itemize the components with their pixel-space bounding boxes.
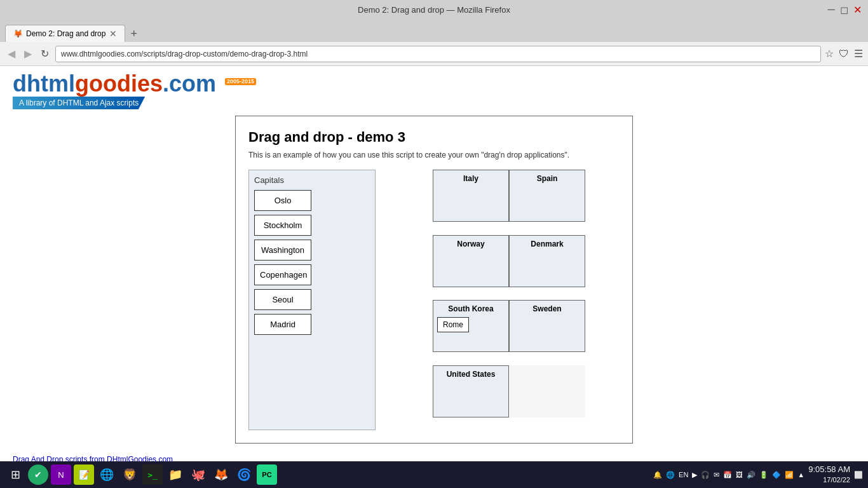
bookmark-star-icon[interactable]: ☆ <box>825 48 834 60</box>
taskbar-globe-icon[interactable]: 🌐 <box>666 471 675 479</box>
country-norway-label: Norway <box>437 240 505 248</box>
taskbar-time-display: 9:05:58 AM <box>808 464 850 475</box>
minimize-icon[interactable]: ─ <box>828 4 835 16</box>
city-madrid[interactable]: Madrid <box>254 314 311 335</box>
country-south-korea[interactable]: South Korea Rome <box>433 300 509 352</box>
demo-description: This is an example of how you can use th… <box>248 151 620 159</box>
city-oslo[interactable]: Oslo <box>254 190 311 211</box>
active-tab[interactable]: 🦊 Demo 2: Drag and drop ✕ <box>5 25 125 42</box>
taskbar-icon-pycharm[interactable]: PC <box>257 464 277 485</box>
taskbar-icon-files[interactable]: 📁 <box>165 464 186 485</box>
new-tab-button[interactable]: + <box>125 27 142 41</box>
country-norway[interactable]: Norway <box>433 235 509 287</box>
taskbar-bluetooth-icon[interactable]: 🔷 <box>772 471 781 479</box>
capitals-label: Capitals <box>254 175 370 185</box>
tab-close-button[interactable]: ✕ <box>109 29 117 39</box>
taskbar-desktop-icon[interactable]: ⬜ <box>854 471 863 479</box>
taskbar-lang: EN <box>679 471 688 478</box>
taskbar-play-icon[interactable]: ▶ <box>692 471 697 479</box>
nav-icons: ☆ 🛡 ☰ <box>825 48 863 60</box>
tab-favicon: 🦊 <box>13 29 22 38</box>
taskbar-expand-icon[interactable]: ▲ <box>797 471 804 478</box>
taskbar-headphone-icon[interactable]: 🎧 <box>701 471 710 479</box>
capitals-panel: Capitals Oslo Stockholm Washington Copen… <box>248 170 376 430</box>
demo-container: Drag and drop - demo 3 This is an exampl… <box>235 116 633 444</box>
title-bar: Demo 2: Drag and drop — Mozilla Firefox … <box>0 0 868 19</box>
country-united-states-label: United States <box>437 370 505 379</box>
forward-button[interactable]: ▶ <box>22 46 34 61</box>
close-icon[interactable]: ✕ <box>853 4 862 16</box>
address-bar[interactable] <box>55 46 821 62</box>
taskbar-photo-icon[interactable]: 🖼 <box>736 471 743 478</box>
city-seoul[interactable]: Seoul <box>254 289 311 310</box>
taskbar-calendar-icon[interactable]: 📅 <box>723 471 732 479</box>
taskbar-right: 🔔 🌐 EN ▶ 🎧 ✉ 📅 🖼 🔊 🔋 🔷 📶 ▲ 9:05:58 AM 17… <box>653 464 863 484</box>
tab-label: Demo 2: Drag and drop <box>26 29 105 38</box>
taskbar-icon-github[interactable]: 🐙 <box>188 464 208 485</box>
placed-rome[interactable]: Rome <box>437 317 469 332</box>
site-logo: dhtmlgoodies.com 2005-2015 <box>13 72 855 95</box>
maximize-icon[interactable]: ◻ <box>840 4 848 16</box>
tab-bar: 🦊 Demo 2: Drag and drop ✕ + <box>0 19 868 42</box>
country-spain[interactable]: Spain <box>509 170 585 222</box>
taskbar-icon-apps[interactable]: ⊞ <box>5 464 25 485</box>
navigation-bar: ◀ ▶ ↻ ☆ 🛡 ☰ <box>0 42 868 66</box>
taskbar-notification-icon[interactable]: 🔔 <box>653 471 662 479</box>
taskbar-icon-chrome[interactable]: 🌐 <box>97 464 117 485</box>
taskbar-icon-firefox[interactable]: 🦊 <box>211 464 231 485</box>
country-denmark-label: Denmark <box>513 240 581 248</box>
countries-grid: Italy Spain Norway Denmark <box>433 170 585 430</box>
city-stockholm[interactable]: Stockholm <box>254 215 311 236</box>
menu-icon[interactable]: ☰ <box>854 48 863 60</box>
city-washington[interactable]: Washington <box>254 240 311 261</box>
drag-drop-area: Capitals Oslo Stockholm Washington Copen… <box>248 170 620 430</box>
browser-window: Demo 2: Drag and drop — Mozilla Firefox … <box>0 0 868 488</box>
country-south-korea-label: South Korea <box>437 304 505 313</box>
taskbar-clock: 9:05:58 AM 17/02/22 <box>808 464 850 484</box>
taskbar-icon-onenote[interactable]: N <box>51 464 71 485</box>
country-italy[interactable]: Italy <box>433 170 509 222</box>
country-empty-placeholder <box>509 365 585 417</box>
country-italy-label: Italy <box>437 174 505 183</box>
taskbar-mail-icon[interactable]: ✉ <box>714 471 719 479</box>
page-content: dhtmlgoodies.com 2005-2015 A library of … <box>0 66 868 469</box>
country-sweden-label: Sweden <box>513 304 581 313</box>
country-denmark[interactable]: Denmark <box>509 235 585 287</box>
taskbar: ⊞ ✔ N 📝 🌐 🦁 >_ 📁 🐙 🦊 🌀 PC 🔔 🌐 EN ▶ 🎧 ✉ 📅… <box>0 461 868 488</box>
logo-badge: 2005-2015 <box>225 78 256 85</box>
back-button[interactable]: ◀ <box>5 46 18 61</box>
city-copenhagen[interactable]: Copenhagen <box>254 264 311 285</box>
taskbar-volume-icon[interactable]: 🔊 <box>747 471 756 479</box>
taskbar-battery-icon[interactable]: 🔋 <box>759 471 768 479</box>
taskbar-icon-edge[interactable]: 🌀 <box>234 464 254 485</box>
taskbar-icon-1[interactable]: ✔ <box>28 464 48 485</box>
site-tagline: A library of DHTML and Ajax scripts <box>13 97 145 109</box>
logo-goodies: goodies <box>75 71 163 97</box>
shield-icon: 🛡 <box>839 48 849 60</box>
taskbar-icon-brave[interactable]: 🦁 <box>119 464 140 485</box>
country-sweden[interactable]: Sweden <box>509 300 585 352</box>
country-spain-label: Spain <box>513 174 581 183</box>
refresh-button[interactable]: ↻ <box>38 46 51 61</box>
taskbar-wifi-icon[interactable]: 📶 <box>785 471 794 479</box>
demo-title: Drag and drop - demo 3 <box>248 129 620 146</box>
window-controls: ─ ◻ ✕ <box>828 4 862 16</box>
logo-dhtml: dhtml <box>13 71 75 97</box>
logo-com: .com <box>163 71 216 97</box>
taskbar-icon-terminal[interactable]: >_ <box>142 464 163 485</box>
taskbar-date-display: 17/02/22 <box>808 475 850 484</box>
site-header: dhtmlgoodies.com 2005-2015 A library of … <box>0 66 868 109</box>
window-title: Demo 2: Drag and drop — Mozilla Firefox <box>358 5 510 15</box>
taskbar-icon-notes[interactable]: 📝 <box>74 464 94 485</box>
country-united-states[interactable]: United States <box>433 365 509 417</box>
